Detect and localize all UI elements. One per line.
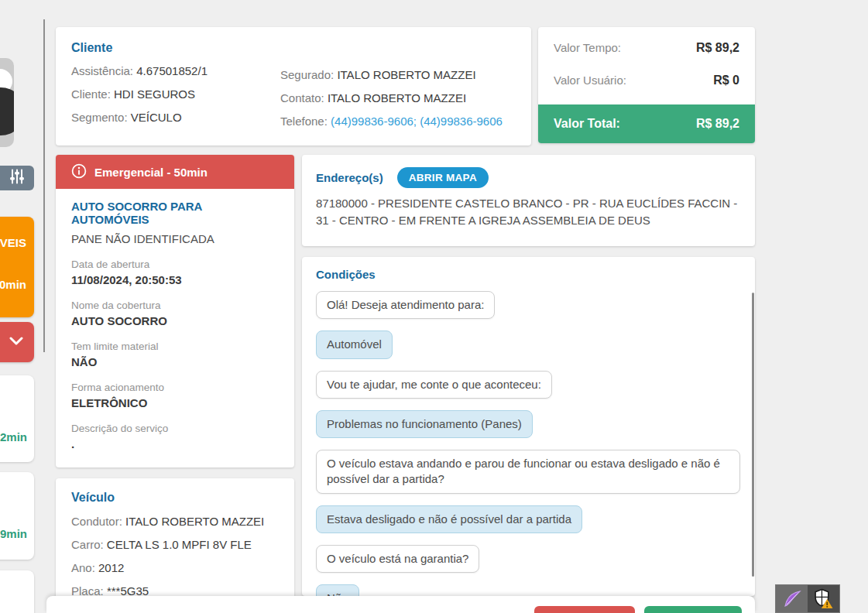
filter-button[interactable]: [0, 166, 34, 190]
service-field-value: .: [71, 437, 279, 450]
avatar: [0, 87, 14, 135]
collapse-button[interactable]: [0, 322, 34, 362]
sidebar-time-card[interactable]: 2min: [0, 375, 34, 462]
conditions-card: Condições Olá! Deseja atendimento para: …: [302, 257, 755, 596]
client-card: Cliente Assistência: 4.67501852/1 Client…: [56, 27, 531, 146]
address-text: 87180000 - PRESIDENTE CASTELO BRANCO - P…: [316, 195, 741, 229]
service-card: Emergencial - 50min AUTO SOCORRO PARA AU…: [56, 155, 294, 467]
feather-icon[interactable]: [776, 585, 808, 612]
chat-bubble-answer: Não: [316, 584, 359, 596]
sidebar-card-fragment[interactable]: [0, 570, 34, 613]
sidebar-service-card-label: OVEIS: [0, 236, 26, 249]
sidebar-time-card[interactable]: 9min: [0, 472, 34, 560]
vehicle-card-title: Veículo: [71, 491, 279, 505]
extension-overlay: [775, 584, 840, 613]
chat-bubble-answer: Estava desligado e não é possível dar a …: [316, 505, 582, 533]
open-map-button[interactable]: ABRIR MAPA: [397, 167, 489, 188]
service-field-label: Forma acionamento: [71, 382, 279, 393]
action-footer: [46, 596, 755, 613]
client-card-title: Cliente: [71, 41, 516, 55]
client-card-column2: Segurado: ITALO ROBERTO MAZZEI Contato: …: [280, 68, 503, 138]
billing-total-band: Valor Total: R$ 89,2: [538, 104, 755, 143]
assistance-dashboard: OVEIS 0min 2min 9min Cliente Assistência…: [0, 0, 868, 613]
chat-bubble-question: Vou te ajudar, me conte o que aconteceu:: [316, 371, 552, 399]
confirm-action-button[interactable]: [644, 606, 742, 613]
service-field-label: Nome da cobertura: [71, 300, 279, 311]
vehicle-field-condutor: Condutor: ITALO ROBERTO MAZZEI: [71, 515, 279, 528]
chat-bubble-answer: Problemas no funcionamento (Panes): [316, 410, 533, 438]
billing-row-tempo: Valor Tempo: R$ 89,2: [554, 41, 739, 55]
address-card: Endereço(s) ABRIR MAPA 87180000 - PRESID…: [302, 155, 755, 246]
service-field-value: AUTO SOCORRO: [71, 314, 279, 327]
conditions-title: Condições: [316, 268, 741, 281]
billing-card: Valor Tempo: R$ 89,2 Valor Usuário: R$ 0…: [538, 27, 755, 143]
emergency-banner-label: Emergencial - 50min: [94, 166, 208, 179]
service-field-value: NÃO: [71, 355, 279, 368]
chat-bubble-question: O veículo estava andando e parou de func…: [316, 450, 740, 494]
cancel-action-button[interactable]: [534, 606, 635, 613]
service-field-label: Tem limite material: [71, 341, 279, 352]
service-field-label: Descrição do serviço: [71, 423, 279, 434]
filter-sliders-icon: [9, 168, 26, 188]
sidebar-service-card-time: 0min: [0, 278, 26, 291]
sidebar-avatar-fragment: [0, 58, 14, 147]
billing-total-value: R$ 89,2: [696, 117, 739, 131]
vehicle-field-ano: Ano: 2012: [71, 561, 279, 574]
phone-link[interactable]: (44)99836-9606; (44)99836-9606: [331, 115, 503, 128]
client-field-telefone: Telefone: (44)99836-9606; (44)99836-9606: [280, 115, 503, 128]
emergency-banner: Emergencial - 50min: [56, 155, 294, 189]
info-icon: [71, 163, 87, 181]
shield-warning-icon[interactable]: [808, 585, 839, 612]
service-title: AUTO SOCORRO PARA AUTOMÓVEIS: [71, 200, 279, 226]
vehicle-field-carro: Carro: CELTA LS 1.0 MPFI 8V FLE: [71, 538, 279, 551]
service-subtitle: PANE NÃO IDENTIFICADA: [71, 232, 279, 245]
billing-row-usuario: Valor Usuário: R$ 0: [554, 74, 739, 87]
sidebar-service-card-active[interactable]: OVEIS 0min: [0, 217, 34, 317]
address-card-title: Endereço(s): [316, 171, 383, 184]
service-field-value: ELETRÔNICO: [71, 396, 279, 409]
sidebar-time-label: 2min: [0, 430, 27, 443]
service-field-value: 11/08/2024, 20:50:53: [71, 273, 279, 286]
chat-bubble-question: O veículo está na garantia?: [316, 545, 479, 573]
chat-bubble-answer: Automóvel: [316, 330, 393, 358]
chat-bubble-question: Olá! Deseja atendimento para:: [316, 291, 495, 319]
service-field-label: Data de abertura: [71, 259, 279, 270]
billing-total-label: Valor Total:: [554, 117, 620, 131]
sidebar-time-label: 9min: [0, 527, 27, 540]
chat-scrollbar[interactable]: [752, 293, 754, 577]
client-field-contato: Contato: ITALO ROBERTO MAZZEI: [280, 91, 503, 104]
chevron-down-icon: [9, 335, 23, 349]
vehicle-card: Veículo Condutor: ITALO ROBERTO MAZZEI C…: [56, 478, 294, 601]
client-field-segurado: Segurado: ITALO ROBERTO MAZZEI: [280, 68, 503, 81]
sidebar-scrollbar[interactable]: [43, 19, 45, 352]
